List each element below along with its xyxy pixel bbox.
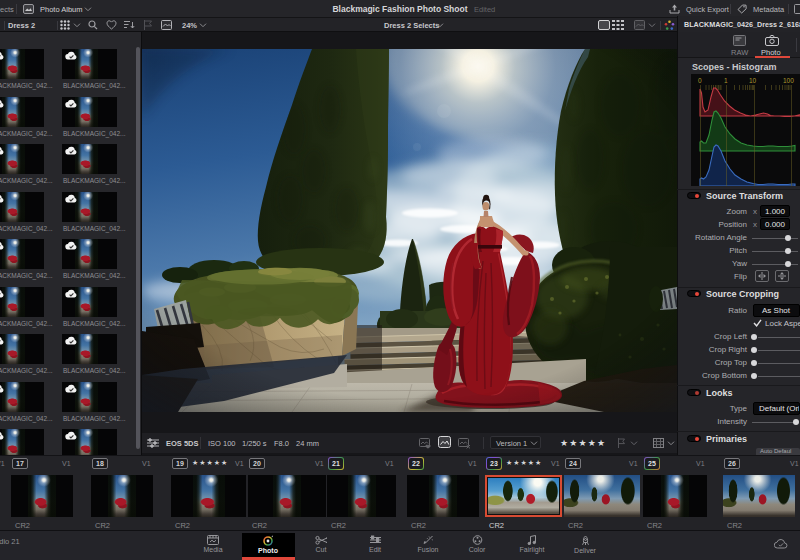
svg-text:10: 10 <box>749 77 757 84</box>
svg-text:0: 0 <box>698 77 702 84</box>
svg-text:1: 1 <box>724 77 728 84</box>
svg-text:100: 100 <box>783 77 794 84</box>
